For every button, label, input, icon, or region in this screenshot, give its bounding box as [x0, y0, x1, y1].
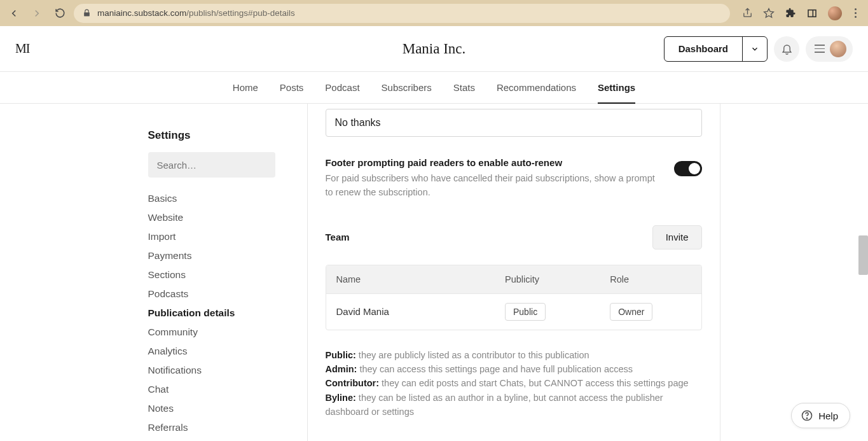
- sidebar-item-import[interactable]: Import: [148, 227, 294, 246]
- svg-point-3: [806, 418, 807, 419]
- publication-logo[interactable]: MI: [15, 41, 29, 56]
- nav-tab-stats[interactable]: Stats: [453, 72, 475, 103]
- dashboard-dropdown[interactable]: [743, 37, 767, 61]
- account-menu[interactable]: [806, 36, 853, 62]
- share-icon[interactable]: [741, 8, 753, 19]
- sidebar-search-input[interactable]: [148, 152, 275, 178]
- nav-tab-settings[interactable]: Settings: [598, 72, 635, 103]
- team-col-publicity: Publicity: [495, 265, 600, 294]
- sidebar-item-chat[interactable]: Chat: [148, 380, 294, 399]
- reload-button[interactable]: [51, 4, 69, 22]
- sidebar-item-payments[interactable]: Payments: [148, 246, 294, 265]
- panel-icon[interactable]: [806, 8, 818, 19]
- nav-tab-subscribers[interactable]: Subscribers: [382, 72, 432, 103]
- sidebar-heading: Settings: [148, 129, 294, 142]
- nav-tab-podcast[interactable]: Podcast: [325, 72, 359, 103]
- user-avatar: [830, 41, 846, 57]
- sidebar-item-sections[interactable]: Sections: [148, 265, 294, 284]
- settings-sidebar: Settings Basics Website Import Payments …: [148, 129, 294, 441]
- sidebar-item-website[interactable]: Website: [148, 208, 294, 227]
- sidebar-item-domain[interactable]: Domain: [148, 437, 294, 441]
- svg-rect-0: [808, 10, 816, 17]
- team-heading: Team: [326, 232, 350, 242]
- dashboard-button-group: Dashboard: [664, 36, 768, 62]
- help-button[interactable]: Help: [791, 403, 850, 428]
- back-button[interactable]: [5, 4, 23, 22]
- browser-toolbar: maniainc.substack.com/publish/settings#p…: [0, 0, 868, 26]
- forward-button[interactable]: [28, 4, 46, 22]
- scrollbar-thumb[interactable]: [858, 235, 868, 275]
- invite-button[interactable]: Invite: [652, 225, 702, 249]
- help-label: Help: [818, 410, 838, 421]
- sidebar-item-publication-details[interactable]: Publication details: [148, 304, 294, 323]
- notifications-button[interactable]: [774, 36, 799, 62]
- menu-icon: [815, 45, 825, 53]
- sidebar-item-referrals[interactable]: Referrals: [148, 418, 294, 437]
- team-header: Team Invite: [326, 225, 702, 249]
- sidebar-item-notes[interactable]: Notes: [148, 399, 294, 418]
- extensions-icon[interactable]: [785, 8, 796, 19]
- auto-renew-desc: For paid subscribers who have cancelled …: [326, 172, 661, 200]
- dashboard-button[interactable]: Dashboard: [665, 37, 743, 61]
- role-definitions: Public: they are publicly listed as a co…: [326, 348, 702, 419]
- team-col-role: Role: [600, 265, 701, 294]
- nav-tab-posts[interactable]: Posts: [280, 72, 304, 103]
- team-row: David Mania Public Owner: [326, 294, 701, 330]
- app-header: MI Mania Inc. Dashboard: [0, 26, 868, 72]
- lock-icon: [83, 9, 91, 17]
- publication-title: Mania Inc.: [403, 41, 466, 57]
- auto-renew-heading: Footer prompting paid readers to enable …: [326, 157, 661, 168]
- team-col-name: Name: [326, 265, 495, 294]
- role-select[interactable]: Owner: [610, 303, 652, 321]
- sidebar-item-notifications[interactable]: Notifications: [148, 361, 294, 380]
- auto-renew-toggle[interactable]: [674, 161, 702, 176]
- team-member-name: David Mania: [326, 294, 495, 330]
- chrome-menu-icon[interactable]: [852, 6, 859, 20]
- help-icon: [801, 409, 813, 422]
- nav-tab-recommendations[interactable]: Recommendations: [497, 72, 576, 103]
- sidebar-item-basics[interactable]: Basics: [148, 189, 294, 208]
- nav-tab-home[interactable]: Home: [233, 72, 258, 103]
- decline-prompt-input[interactable]: [326, 109, 702, 137]
- address-bar[interactable]: maniainc.substack.com/publish/settings#p…: [74, 4, 730, 23]
- settings-panel: Footer prompting paid readers to enable …: [307, 104, 720, 441]
- sidebar-item-podcasts[interactable]: Podcasts: [148, 284, 294, 304]
- url-text: maniainc.substack.com/publish/settings#p…: [97, 8, 295, 18]
- publicity-select[interactable]: Public: [505, 303, 546, 321]
- team-table: Name Publicity Role David Mania Public O…: [326, 265, 702, 330]
- star-icon[interactable]: [763, 8, 775, 19]
- nav-tabs: Home Posts Podcast Subscribers Stats Rec…: [0, 72, 868, 104]
- profile-avatar[interactable]: [828, 6, 842, 20]
- sidebar-item-analytics[interactable]: Analytics: [148, 342, 294, 361]
- sidebar-item-community[interactable]: Community: [148, 323, 294, 342]
